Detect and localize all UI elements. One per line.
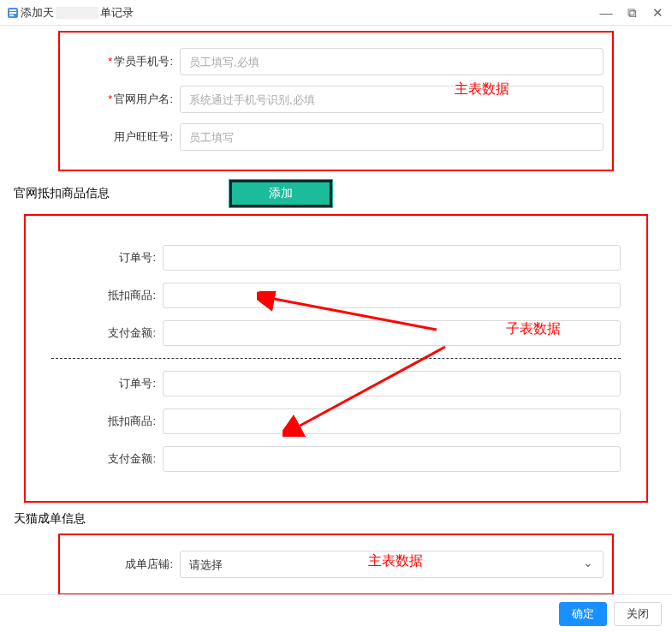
input-amount-1[interactable] [163, 446, 621, 472]
row-wangwang: 用户旺旺号: [68, 123, 604, 151]
input-wangwang[interactable] [180, 123, 604, 151]
input-order-0[interactable] [163, 245, 621, 271]
row-amount-0: 支付金额: [34, 320, 638, 346]
row-order-0: 订单号: [34, 245, 638, 271]
sub-divider [51, 358, 621, 359]
maximize-icon[interactable]: ⧉ [624, 5, 639, 21]
row-shop: 成单店铺: 请选择 [68, 551, 604, 578]
cancel-button[interactable]: 关闭 [614, 602, 662, 626]
title-redacted [56, 7, 98, 19]
input-product-0[interactable] [163, 283, 621, 308]
input-product-1[interactable] [163, 408, 621, 434]
section-tmall-title: 天猫成单信息 [14, 511, 86, 527]
window-title-suffix: 单记录 [100, 5, 134, 21]
titlebar: 添加天 单记录 — ⧉ ✕ [0, 0, 672, 26]
section-tmall-header: 天猫成单信息 [7, 511, 665, 527]
label-product-0: 抵扣商品: [34, 288, 163, 303]
section-deduct-header: 官网抵扣商品信息 添加 [7, 180, 665, 207]
row-phone: *学员手机号: [68, 48, 604, 75]
label-username: *官网用户名: [68, 92, 180, 107]
label-product-1: 抵扣商品: [34, 414, 163, 429]
label-wangwang: 用户旺旺号: [68, 129, 180, 145]
label-amount-0: 支付金额: [34, 325, 163, 341]
label-phone: *学员手机号: [68, 54, 180, 69]
input-username[interactable] [180, 86, 604, 113]
section-deduct-title: 官网抵扣商品信息 [14, 186, 110, 201]
svg-rect-2 [9, 12, 16, 14]
label-shop: 成单店铺: [68, 557, 180, 572]
window-title-prefix: 添加天 [21, 5, 54, 21]
label-order-1: 订单号: [34, 376, 163, 391]
row-username: *官网用户名: [68, 86, 604, 113]
footer-bar: 确定 关闭 [0, 594, 672, 632]
sub-table-box: 订单号: 抵扣商品: 支付金额: 订单号: 抵扣商品: 支付金额: 子表数据 [24, 214, 648, 503]
confirm-button[interactable]: 确定 [559, 602, 607, 626]
svg-rect-3 [9, 15, 14, 16]
label-amount-1: 支付金额: [34, 451, 163, 467]
row-order-1: 订单号: [34, 371, 638, 396]
row-amount-1: 支付金额: [34, 446, 638, 472]
close-icon[interactable]: ✕ [650, 5, 665, 21]
input-order-1[interactable] [163, 371, 621, 396]
main-form-box: *学员手机号: *官网用户名: 用户旺旺号: 主表数据 [58, 31, 614, 171]
input-amount-0[interactable] [163, 320, 621, 346]
minimize-icon[interactable]: — [598, 5, 614, 20]
select-shop[interactable]: 请选择 [180, 551, 604, 578]
row-product-1: 抵扣商品: [34, 408, 638, 434]
add-button[interactable]: 添加 [229, 180, 332, 207]
label-order-0: 订单号: [34, 250, 163, 265]
row-product-0: 抵扣商品: [34, 283, 638, 308]
app-icon [7, 7, 19, 19]
input-phone[interactable] [180, 48, 604, 75]
tmall-form-box: 成单店铺: 请选择 主表数据 [58, 534, 614, 595]
svg-rect-1 [9, 9, 16, 11]
